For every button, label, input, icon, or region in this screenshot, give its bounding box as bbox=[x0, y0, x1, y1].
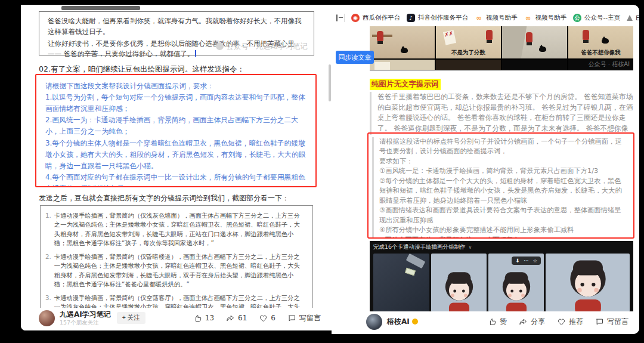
task-status-row[interactable]: 完成16个卡通动漫手绘插画分镜制作 ∨ bbox=[373, 243, 630, 251]
channels-icon: ∞ bbox=[475, 14, 483, 22]
watermark: 公众号 · 九遇AI学习笔记 bbox=[216, 41, 308, 52]
image-toolbar[interactable]: ⬇···☆ bbox=[512, 257, 541, 265]
prompt-line: 3.每个分镜的主体人物都是一个穿着暗红色连帽卫衣，黑色短裙，暗红色鞋子的矮墩墩小… bbox=[45, 138, 306, 172]
avatar[interactable] bbox=[366, 314, 382, 330]
share-button[interactable]: 分享 bbox=[519, 317, 545, 327]
reading-list-icon[interactable] bbox=[336, 14, 338, 21]
right-author-bar: 梧桉AI 赞 分享 推荐 写留言 bbox=[332, 311, 639, 334]
clipped-heading-fragment bbox=[61, 6, 140, 10]
highlighted-heading: 纯图片无文字提示词 bbox=[370, 79, 441, 90]
girl-figure bbox=[583, 30, 589, 40]
road-shape bbox=[502, 26, 541, 58]
followers-count: 157个朋友关注 bbox=[60, 319, 111, 326]
bookmarks-bar: ◉ 西瓜创作平台 ♪ 抖音创作服务平台 ∞ 视频号助手 ∞ 视频号助手 公 公众… bbox=[332, 11, 639, 25]
wechat-logo-icon bbox=[216, 42, 224, 50]
left-author-bar: 九遇AI学习笔记 157个朋友关注 + 关注 13 61 6 bbox=[21, 308, 332, 330]
prompt-quote: 请根据这段话中的标点符号分割句子并设计分镜画面，一个句子一个分镜画面，逗号也要分… bbox=[372, 137, 627, 239]
left-window-scrollbar[interactable] bbox=[329, 64, 331, 101]
thumb-up-icon bbox=[193, 314, 202, 323]
explore-icon bbox=[627, 15, 633, 21]
follow-button[interactable]: + 关注 bbox=[117, 312, 145, 324]
generated-image[interactable] bbox=[373, 254, 429, 312]
money-shape bbox=[405, 268, 416, 276]
author-name[interactable]: 九遇AI学习笔记 bbox=[60, 310, 111, 319]
generated-image[interactable] bbox=[431, 254, 487, 312]
girl-illustration bbox=[559, 255, 617, 312]
bookmark-channels-2[interactable]: ∞ 视频号助手 bbox=[524, 14, 567, 22]
storyboard-image-partial[interactable] bbox=[502, 60, 567, 70]
prompt-line: 2.画风统一为：卡通动漫手绘插画，背景简约，画面主体只占画幅下方三分之二大小，上… bbox=[45, 115, 306, 137]
storyboard-image[interactable] bbox=[370, 26, 435, 58]
image-caption: 不是为了分数 bbox=[436, 49, 501, 57]
bookmark-channels-1[interactable]: ∞ 视频号助手 bbox=[475, 14, 518, 22]
paper-shape bbox=[374, 62, 390, 70]
heart-icon bbox=[259, 314, 268, 323]
bookmark-xigua[interactable]: ◉ 西瓜创作平台 bbox=[351, 14, 400, 22]
black-cat-shape bbox=[602, 38, 609, 44]
bookmark-mp-weixin[interactable]: 公 公众号--主页 bbox=[573, 14, 620, 22]
comment-icon bbox=[287, 314, 296, 323]
prompt-intro: 请根据这段话中的标点符号分割句子并设计分镜画面，一个句子一个分镜画面，逗号也要分… bbox=[379, 137, 627, 157]
prompt-line-bold: ⑤图片上不要字体，背景颜色统一，大面积留白 bbox=[379, 236, 627, 239]
girl-illustration bbox=[437, 268, 481, 312]
chevron-down-icon: ∨ bbox=[469, 245, 472, 250]
image-caption: 爸爸不想你像我 bbox=[568, 49, 633, 57]
result-item: 2.卡通动漫手绘插画，背景简约（仅昏暗楼道），画面主体占画幅下方三分之二，上方三… bbox=[45, 252, 305, 289]
prompt-line: 4.每个画面对应的句子都在提示词中一比一设计出来，所有分镜的句子都要用黑粗色卡通… bbox=[45, 172, 306, 187]
bookmark-explore[interactable]: Explore bbox=[627, 14, 639, 21]
doubao-result-box: 1.卡通动漫手绘插画，背景简约（仅浅灰色墙面），画面主体占画幅下方三分之二，上方… bbox=[40, 205, 313, 311]
prompt-req-label: 要求如下： bbox=[379, 157, 627, 166]
heart-icon bbox=[557, 317, 566, 326]
more-icon[interactable]: ··· bbox=[524, 258, 528, 264]
generated-image[interactable] bbox=[546, 254, 630, 312]
doubao-media-panel: 完成16个卡通动漫手绘插画分镜制作 ∨ ⬇···☆ bbox=[370, 241, 633, 314]
watermark: 公众号 · 梧桉AI bbox=[589, 60, 630, 69]
recommend-button[interactable]: 推荐 bbox=[557, 317, 583, 327]
author-name[interactable]: 梧桉AI bbox=[387, 317, 418, 326]
comment-icon bbox=[595, 317, 604, 326]
storyboard-image[interactable]: ✗✗ 不是为了分数 bbox=[436, 26, 501, 58]
download-icon[interactable]: ⬇ bbox=[515, 258, 519, 264]
girl-illustration bbox=[494, 268, 538, 312]
girl-figure bbox=[377, 31, 383, 41]
exam-paper-shape: ✗✗ bbox=[443, 30, 456, 45]
divider bbox=[344, 14, 345, 22]
thumb-up-icon bbox=[488, 317, 497, 326]
bookmark-douyin[interactable]: ♪ 抖音创作服务平台 bbox=[407, 14, 468, 22]
prompt-line: 请根据下面这段文案帮我设计分镜画面提示词，要求： bbox=[45, 81, 306, 92]
douyin-icon: ♪ bbox=[407, 14, 415, 22]
copy-paragraph: 爸爸没啥大能耐，但再累看到你笑，就浑身有力气。我就盼着你好好长大，不用像我这样算… bbox=[48, 16, 305, 38]
storyboard-image-partial[interactable] bbox=[436, 60, 501, 70]
prompt-line: ③画面情绪表达和画面背景道具设计要符合文案句子表达的意思，整体画面情绪呈现出沉重… bbox=[379, 206, 627, 225]
storyboard-image-partial[interactable] bbox=[370, 60, 435, 70]
prompt-line: 1.以逗号为分割，每个短句对应一个分镜提示词，画面内容表达要和句子匹配，整体画面… bbox=[45, 92, 306, 115]
result-item: 1.卡通动漫手绘插画，背景简约（仅浅灰色墙面），画面主体占画幅下方三分之二，上方… bbox=[45, 211, 305, 248]
mp-weixin-icon: 公 bbox=[573, 14, 581, 22]
copy-text-box: 爸爸没啥大能耐，但再累看到你笑，就浑身有力气。我就盼着你好好长大，不用像我这样算… bbox=[39, 11, 314, 55]
favorite-button[interactable]: 6 bbox=[259, 314, 275, 323]
black-cat-shape bbox=[401, 48, 408, 53]
like-button[interactable]: 13 bbox=[193, 314, 214, 323]
share-button[interactable]: 61 bbox=[226, 314, 247, 323]
avatar[interactable] bbox=[39, 310, 55, 326]
generated-image[interactable]: ⬇···☆ bbox=[488, 254, 544, 312]
storyboard-image[interactable]: 爸爸不想你像我 bbox=[568, 26, 633, 58]
prompt-annotation-box: 请根据下面这段文案帮我设计分镜画面提示词，要求： 1.以逗号为分割，每个短句对应… bbox=[35, 74, 317, 187]
comment-button[interactable]: 写留言 bbox=[287, 313, 321, 323]
storyboard-image[interactable] bbox=[502, 26, 567, 58]
prompt-line: ④所有分镜中小女孩的形象要完整描述不能用同上形象来偷工减料 bbox=[379, 225, 627, 235]
sync-read-article-button[interactable]: 同步读文章 bbox=[336, 51, 374, 64]
prompt-line: ①画风统一是：卡通动漫手绘插画，简约背景，背景元素只占画面下方1/3 bbox=[379, 166, 627, 176]
storyboard-image-grid[interactable]: ✗✗ 不是为了分数 爸爸不想你像我 公众号 · 梧桉AI bbox=[370, 26, 633, 70]
like-button[interactable]: 赞 bbox=[488, 317, 507, 327]
section-heading: 02.有了文案，咱们继续让豆包出绘图提示词。这样发送指令： bbox=[39, 64, 244, 75]
share-arrow-icon bbox=[519, 317, 528, 326]
xigua-icon: ◉ bbox=[351, 14, 360, 22]
storyboard-image-partial[interactable]: 公众号 · 梧桉AI bbox=[568, 60, 633, 70]
right-browser-window: ◉ 西瓜创作平台 ♪ 抖音创作服务平台 ∞ 视频号助手 ∞ 视频号助手 公 公众… bbox=[332, 5, 639, 334]
comment-button[interactable]: 写留言 bbox=[595, 317, 628, 327]
verified-badge-icon bbox=[412, 319, 418, 325]
girl-figure bbox=[486, 30, 493, 40]
source-copy-quote: 爸爸手里攥着皱巴巴的工资条，数来数去还是不够下个月的房贷。 爸爸知道菜市场的白菜… bbox=[370, 92, 633, 135]
star-icon[interactable]: ☆ bbox=[532, 258, 537, 264]
